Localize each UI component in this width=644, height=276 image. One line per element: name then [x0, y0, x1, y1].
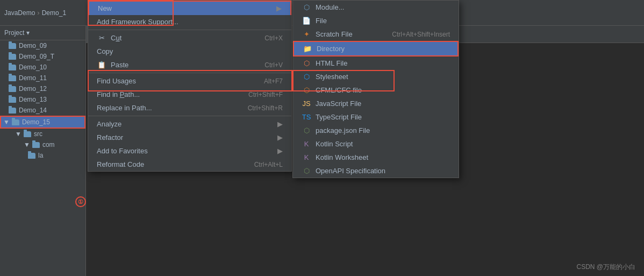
shortcut-label: Ctrl+X — [264, 34, 283, 42]
css-icon: ⬡ — [302, 73, 311, 81]
sidebar-item-label: Demo_12 — [19, 85, 47, 93]
submenu-item-label: HTML File — [316, 59, 347, 67]
arrow-icon: ▶ — [277, 120, 283, 128]
arrow-icon: ▶ — [277, 133, 283, 141]
sidebar-item-demo12[interactable]: Demo_12 — [0, 83, 85, 94]
submenu-item-scratch[interactable]: ✦ Scratch File Ctrl+Alt+Shift+Insert — [293, 27, 459, 41]
submenu-item-label: Kotlin Script — [316, 140, 353, 148]
sidebar-item-label: Demo_15 — [22, 118, 50, 126]
sidebar-item-label: com — [42, 141, 55, 148]
submenu-item-label: Stylesheet — [316, 73, 348, 81]
menu-item-replace-in-path[interactable]: Replace in Path... Ctrl+Shift+R — [88, 101, 291, 115]
file-icon: 📄 — [302, 17, 311, 25]
menu-item-analyze[interactable]: Analyze ▶ — [88, 117, 291, 131]
sidebar-item-demo09[interactable]: Demo_09 — [0, 40, 85, 51]
folder-icon — [24, 131, 31, 137]
folder-icon — [9, 97, 16, 103]
folder-icon — [9, 108, 16, 114]
arrow-icon: ▶ — [276, 4, 282, 12]
sidebar-item-label: src — [34, 130, 42, 138]
submenu-item-label: Module... — [316, 3, 344, 11]
submenu-item-ts[interactable]: TS TypeScript File — [293, 110, 459, 124]
kotlin-icon: K — [302, 140, 311, 148]
toolbar-demo-label: Demo_1 — [42, 9, 66, 17]
submenu-item-pkg[interactable]: ⬡ package.json File — [293, 124, 459, 137]
folder-icon — [9, 43, 16, 49]
sidebar-item-label: Demo_09 — [19, 42, 47, 49]
menu-item-label: Copy — [97, 47, 113, 55]
toolbar-project-label: JavaDemo — [4, 9, 35, 17]
submenu-item-label: File — [316, 17, 327, 25]
context-menu-sub: ⬡ Module... 📄 File ✦ Scratch File Ctrl+A… — [292, 0, 459, 178]
menu-item-label: Find in Path... — [97, 90, 140, 98]
shortcut-label: Alt+F7 — [264, 77, 283, 85]
submenu-item-label: CFML/CFC file — [316, 86, 362, 94]
submenu-item-label: OpenAPI Specification — [316, 167, 385, 175]
shortcut-label: Ctrl+Alt+L — [254, 161, 283, 168]
dir-icon: 📁 — [303, 45, 312, 53]
menu-item-cut[interactable]: ✂ Cut Ctrl+X — [88, 31, 291, 45]
shortcut-label: Ctrl+Alt+Shift+Insert — [392, 31, 450, 38]
sidebar-item-label: Demo_11 — [19, 74, 47, 82]
submenu-item-label: Scratch File — [316, 30, 353, 38]
submenu-item-stylesheet[interactable]: ⬡ Stylesheet — [293, 70, 459, 83]
sidebar-item-demo14[interactable]: Demo_14 — [0, 105, 85, 116]
menu-item-label: Paste — [111, 61, 128, 69]
sidebar-item-demo10[interactable]: Demo_10 — [0, 62, 85, 73]
folder-icon — [9, 54, 16, 60]
pkg-icon: ⬡ — [302, 127, 311, 135]
menu-item-refactor[interactable]: Refactor ▶ — [88, 131, 291, 144]
kotlin-icon: K — [302, 154, 311, 161]
sidebar-item-com[interactable]: ▼ com — [0, 139, 85, 150]
sidebar-item-demo13[interactable]: Demo_13 — [0, 94, 85, 105]
sidebar-item-src[interactable]: ▼ src — [0, 129, 85, 139]
js-icon: JS — [302, 100, 311, 108]
annotation-circle-1: ① — [75, 196, 86, 207]
menu-item-reformat-code[interactable]: Reformat Code Ctrl+Alt+L — [88, 158, 291, 171]
scratch-icon: ✦ — [302, 31, 311, 38]
menu-item-add-favorites[interactable]: Add to Favorites ▶ — [88, 144, 291, 158]
menu-item-add-framework[interactable]: Add Framework Support... — [88, 15, 291, 29]
arrow-icon: ▶ — [277, 147, 283, 155]
submenu-item-cfml[interactable]: ⬡ CFML/CFC file — [293, 83, 459, 97]
cfml-icon: ⬡ — [302, 87, 311, 94]
submenu-item-kotlin-script[interactable]: K Kotlin Script — [293, 137, 459, 151]
submenu-item-label: Kotlin Worksheet — [316, 153, 368, 161]
sidebar-item-la[interactable]: la — [0, 150, 85, 161]
sidebar-item-label: Demo_09_T — [19, 53, 54, 60]
submenu-item-html[interactable]: ⬡ HTML File — [293, 56, 459, 70]
sidebar-item-label: Demo_14 — [19, 107, 47, 114]
folder-icon — [28, 153, 35, 159]
menu-item-label: Add Framework Support... — [97, 18, 178, 26]
submenu-item-directory[interactable]: 📁 Directory — [293, 41, 459, 56]
menu-item-paste[interactable]: 📋 Paste Ctrl+V — [88, 58, 291, 72]
cut-icon: ✂ — [97, 34, 106, 42]
menu-item-copy[interactable]: Copy — [88, 45, 291, 58]
context-menu-main: New ▶ Add Framework Support... ✂ Cut Ctr… — [88, 0, 292, 172]
submenu-item-js[interactable]: JS JavaScript File — [293, 97, 459, 110]
html-icon: ⬡ — [302, 60, 311, 67]
submenu-item-openapi[interactable]: ⬡ OpenAPI Specification — [293, 164, 459, 178]
menu-item-label: Refactor — [97, 133, 123, 141]
submenu-item-file[interactable]: 📄 File — [293, 14, 459, 27]
submenu-item-kotlin-worksheet[interactable]: K Kotlin Worksheet — [293, 151, 459, 164]
submenu-item-label: Directory — [317, 45, 345, 53]
menu-item-label: Replace in Path... — [97, 104, 152, 112]
folder-icon — [32, 142, 40, 148]
sidebar-project-label: Project ▾ — [4, 29, 30, 37]
shortcut-label: Ctrl+Shift+F — [248, 91, 283, 98]
toolbar-separator: › — [37, 9, 39, 17]
menu-item-label: Find Usages — [97, 77, 136, 85]
submenu-item-module[interactable]: ⬡ Module... — [293, 1, 459, 14]
menu-item-find-in-path[interactable]: Find in Path... Ctrl+Shift+F — [88, 88, 291, 101]
sidebar-item-label: la — [38, 152, 43, 159]
folder-icon-open — [12, 119, 19, 125]
paste-icon: 📋 — [97, 61, 106, 69]
module-icon: ⬡ — [302, 4, 311, 11]
sidebar-item-demo09t[interactable]: Demo_09_T — [0, 51, 85, 62]
menu-item-new[interactable]: New ▶ — [88, 1, 291, 15]
sidebar-item-demo15[interactable]: ▼ Demo_15 — [0, 116, 85, 129]
menu-item-find-usages[interactable]: Find Usages Alt+F7 — [88, 74, 291, 88]
ts-icon: TS — [302, 114, 311, 121]
sidebar-item-demo11[interactable]: Demo_11 — [0, 73, 85, 83]
